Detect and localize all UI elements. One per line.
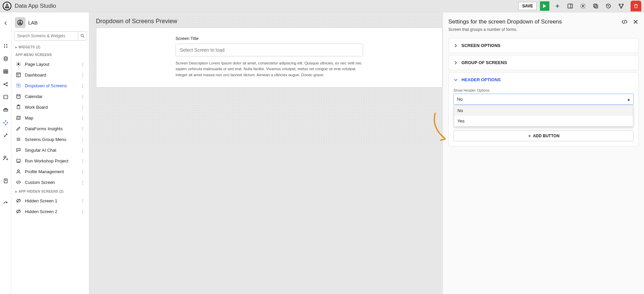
svg-line-38 <box>19 65 20 65</box>
nav-profile[interactable]: Profile Management ⋮ <box>14 166 87 177</box>
panel-button[interactable] <box>565 1 575 11</box>
screen-description: Screen Description Lorem Ipsum dolor sit… <box>176 60 363 78</box>
svg-point-2 <box>582 5 584 7</box>
show-header-label: Show Header Options <box>453 88 634 92</box>
widgets-section[interactable]: ▸WIDGETS (2) <box>14 43 87 51</box>
svg-point-11 <box>6 47 7 48</box>
rail-database-icon[interactable] <box>2 55 9 62</box>
svg-point-10 <box>4 47 5 48</box>
more-icon[interactable]: ⋮ <box>79 136 87 143</box>
nav-map[interactable]: Map ⋮ <box>14 112 87 123</box>
rail-usergear-icon[interactable] <box>2 155 9 161</box>
svg-point-19 <box>6 83 7 84</box>
dashboard-icon <box>15 72 21 78</box>
map-icon <box>15 115 21 120</box>
more-icon[interactable]: ⋮ <box>79 104 87 110</box>
more-icon[interactable]: ⋮ <box>79 158 87 164</box>
settings-button[interactable] <box>578 1 588 11</box>
eye-off-icon <box>15 198 21 203</box>
more-icon[interactable]: ⋮ <box>79 126 87 132</box>
close-button[interactable] <box>633 19 639 25</box>
nav-label: Dashboard <box>25 72 46 78</box>
nav-label: Page Layout <box>25 62 49 67</box>
dropdown-option-yes[interactable]: Yes <box>454 116 633 126</box>
code-toggle-button[interactable] <box>621 18 628 25</box>
nav-hidden-1[interactable]: Hidden Screen 1 ⋮ <box>14 195 87 206</box>
more-icon[interactable]: ⋮ <box>79 72 87 78</box>
svg-line-37 <box>17 62 17 63</box>
svg-rect-4 <box>594 4 597 7</box>
delete-button[interactable] <box>631 1 641 11</box>
show-header-dropdown[interactable]: No ▴ No Yes <box>453 94 634 105</box>
svg-point-20 <box>6 85 7 86</box>
more-icon[interactable]: ⋮ <box>79 115 87 121</box>
rail-tools-icon[interactable] <box>2 132 9 139</box>
hidden-screens-section[interactable]: ▸APP HIDDEN SCREENS (2) <box>14 188 87 195</box>
rail-dots-icon[interactable] <box>2 43 9 49</box>
menu-icon <box>15 137 21 142</box>
nav-custom-screen[interactable]: Custom Screen ⋮ <box>14 177 87 188</box>
svg-rect-61 <box>17 159 20 162</box>
save-button[interactable]: SAVE <box>518 2 537 10</box>
app-icon <box>15 17 26 28</box>
rail-table-icon[interactable] <box>2 68 9 75</box>
branch-button[interactable] <box>616 1 626 11</box>
nav-dropdown-of-screens[interactable]: Dropdown of Screens ⋮ <box>14 80 87 91</box>
svg-point-30 <box>81 34 83 37</box>
more-icon[interactable]: ⋮ <box>79 147 87 153</box>
nav-run-workshop[interactable]: Run Workshop Project ⋮ <box>14 155 87 166</box>
rail-book-icon[interactable] <box>2 178 9 184</box>
more-icon[interactable]: ⋮ <box>79 208 87 215</box>
nav-dashboard[interactable]: Dashboard ⋮ <box>14 69 87 80</box>
nav-dataforms[interactable]: DataForms Insights ⋮ <box>14 123 87 134</box>
svg-rect-13 <box>4 70 8 74</box>
search-button[interactable] <box>78 32 87 40</box>
screen-select[interactable]: Select Screen to load <box>176 44 363 56</box>
nav-page-layout[interactable]: Page Layout ⋮ <box>14 59 87 69</box>
copy-button[interactable] <box>591 1 600 11</box>
nav-hidden-2[interactable]: Hidden Screen 2 ⋮ <box>14 206 87 217</box>
accordion-header-options[interactable]: HEADER OPTIONS <box>449 72 638 87</box>
nav-work-board[interactable]: Work Board ⋮ <box>14 102 87 112</box>
more-icon[interactable]: ⋮ <box>79 83 87 89</box>
more-icon[interactable]: ⋮ <box>79 168 87 175</box>
rail-share-icon[interactable] <box>2 81 9 88</box>
rail-apps-icon[interactable] <box>2 119 9 126</box>
accordion-screen-options[interactable]: SCREEN OPTIONS <box>449 38 638 53</box>
list-icon <box>15 83 21 88</box>
nav-screens-group[interactable]: Screens Group Menu ⋮ <box>14 134 87 145</box>
rail-code-icon[interactable] <box>2 94 9 100</box>
rail-back[interactable] <box>2 20 9 27</box>
app-label: LAB <box>28 20 38 26</box>
play-button[interactable] <box>540 1 549 11</box>
svg-rect-3 <box>595 5 598 8</box>
nav-label: Hidden Screen 2 <box>25 209 57 214</box>
field-label: Screen Title <box>176 36 363 41</box>
svg-line-39 <box>17 65 17 65</box>
nav-label: Profile Management <box>25 169 64 174</box>
nav-calendar[interactable]: Calendar ⋮ <box>14 91 87 102</box>
preview-box: Screen Title Select Screen to load Scree… <box>96 28 443 88</box>
svg-rect-0 <box>568 4 573 8</box>
add-button[interactable] <box>553 1 562 11</box>
more-icon[interactable]: ⋮ <box>79 61 87 67</box>
more-icon[interactable]: ⋮ <box>79 93 87 100</box>
nav-label: Screens Group Menu <box>25 137 66 142</box>
rail-toolbox-icon[interactable] <box>2 106 9 113</box>
search-input[interactable] <box>14 32 78 40</box>
nav-ai-chat[interactable]: Singular AI Chat ⋮ <box>14 145 87 155</box>
pencil-icon <box>15 126 21 131</box>
code-icon <box>15 180 21 185</box>
nav-label: Singular AI Chat <box>25 148 56 153</box>
nav-label: Run Workshop Project <box>25 158 68 163</box>
dropdown-option-no[interactable]: No <box>454 105 633 116</box>
more-icon[interactable]: ⋮ <box>79 179 87 186</box>
svg-point-18 <box>4 84 5 85</box>
nav-label: Work Board <box>25 105 48 110</box>
add-button-row[interactable]: ADD BUTTON <box>453 131 634 141</box>
more-icon[interactable]: ⋮ <box>79 198 87 204</box>
rail-refresh-icon[interactable] <box>2 200 9 207</box>
accordion-group-of-screens[interactable]: GROUP OF SCREENS <box>449 55 638 70</box>
svg-point-24 <box>4 156 6 158</box>
history-button[interactable] <box>604 1 613 11</box>
